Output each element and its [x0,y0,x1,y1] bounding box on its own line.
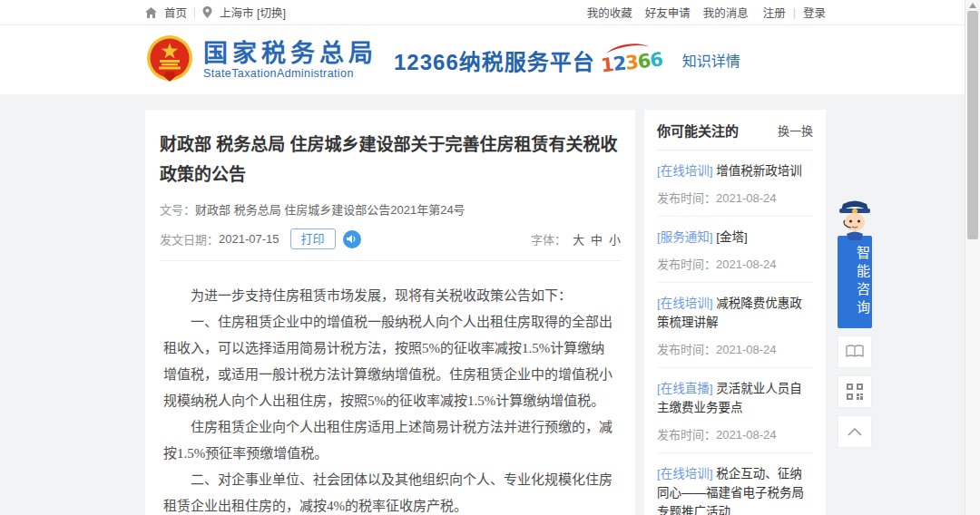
back-to-top-button[interactable] [838,415,872,448]
list-item[interactable]: [在线培训] 税企互动、征纳同心——福建省电子税务局专题推广活动 发布时间：20… [657,453,813,515]
article-paragraph: 一、住房租赁企业中的增值税一般纳税人向个人出租住房取得的全部出租收入，可以选择适… [163,309,617,414]
font-size-label: 字体： [531,230,566,248]
article-body: 为进一步支持住房租赁市场发展，现将有关税收政策公告如下：一、住房租赁企业中的增值… [160,261,621,515]
item-publish-date: 发布时间：2021-08-24 [657,425,813,442]
knowledge-book-icon[interactable] [838,335,872,368]
page-label: 知识详情 [682,49,740,71]
divider: | [793,6,796,19]
refresh-recommendations-button[interactable]: 换一换 [778,121,813,139]
org-name-cn: 国家税务总局 [203,40,377,67]
article-panel: 财政部 税务总局 住房城乡建设部关于完善住房租赁有关税收政策的公告 文号： 财政… [145,110,635,515]
font-size-options: 大中小 [573,230,621,248]
qr-code-icon[interactable] [838,375,872,408]
item-publish-date: 发布时间：2021-08-24 [657,255,813,272]
publish-date-label: 发布时间： [657,191,716,205]
font-size-option[interactable]: 小 [609,230,621,248]
publish-date-row: 发文日期： 2021-07-15 打印 字体： 大中小 [160,228,621,249]
publish-date-value: 2021-08-24 [716,343,777,356]
item-category-tag: [在线培训] [657,296,713,310]
home-icon [145,7,157,18]
login-link[interactable]: 登录 [803,4,826,21]
top-bar: 首页 上海市 [切换] 我的收藏好友申请我的消息 注册 | 登录 [0,0,980,25]
scrollbar-thumb[interactable] [967,11,978,239]
article-paragraph: 二、对企事业单位、社会团体以及其他组织向个人、专业化规模化住房租赁企业出租住房的… [163,467,617,515]
list-item[interactable]: [在线培训] 增值税新政培训 发布时间：2021-08-24 [657,151,813,217]
print-button[interactable]: 打印 [290,228,336,249]
item-category-tag: [在线培训] [657,467,713,481]
font-size-option[interactable]: 大 [573,230,584,248]
logo-digit: 6 [649,49,663,72]
floating-toolbar: 智能咨询 [837,198,873,448]
item-publish-date: 发布时间：2021-08-24 [657,189,813,206]
page-scrollbar[interactable] [965,0,980,515]
org-name-en: StateTaxationAdministration [203,67,377,80]
location-pin-icon [202,6,212,18]
publish-date-value: 2021-08-24 [716,191,777,205]
national-emblem-logo [145,34,194,85]
topbar-link[interactable]: 我的收藏 [587,4,632,21]
recommendations-title: 你可能关注的 [657,121,739,140]
scroll-up-arrow-icon[interactable] [969,3,976,8]
topbar-links: 我的收藏好友申请我的消息 [587,4,749,21]
publish-date-value: 2021-08-24 [716,258,777,271]
item-publish-date: 发布时间：2021-08-24 [657,340,813,357]
platform-title: 12366纳税服务平台 [394,44,595,76]
item-title: [金塔] [716,230,748,244]
article-paragraph: 为进一步支持住房租赁市场发展，现将有关税收政策公告如下： [163,283,617,309]
topbar-link[interactable]: 我的消息 [703,4,749,21]
list-item[interactable]: [服务通知] [金塔] 发布时间：2021-08-24 [657,217,813,283]
item-category-tag: [在线培训] [657,164,713,178]
divider [194,7,195,18]
publish-date-value: 2021-07-15 [219,232,279,246]
item-category-tag: [服务通知] [657,230,713,244]
logo-12366-icon: 12366 [601,39,657,81]
smart-consult-button[interactable]: 智能咨询 [838,236,872,328]
tax-mascot-icon [834,198,876,240]
list-item[interactable]: [在线培训] 减税降费优惠政策梳理讲解 发布时间：2021-08-24 [657,283,813,368]
article-paragraph: 住房租赁企业向个人出租住房适用上述简易计税方法并进行预缴的，减按1.5%预征率预… [163,414,617,467]
text-to-speech-icon[interactable] [343,230,361,248]
publish-date-label: 发布时间： [657,428,716,442]
location-switch-link[interactable]: 上海市 [切换] [220,4,286,21]
site-header: 国家税务总局 StateTaxationAdministration 12366… [0,25,980,94]
publish-date-label: 发布时间： [657,258,716,271]
article-title: 财政部 税务总局 住房城乡建设部关于完善住房租赁有关税收政策的公告 [160,130,621,189]
publish-date-value: 2021-08-24 [716,428,777,442]
publish-date-label: 发布时间： [657,343,716,356]
register-link[interactable]: 注册 [763,4,786,21]
doc-number-label: 文号： [160,200,195,218]
font-size-option[interactable]: 中 [591,230,603,248]
doc-number-value: 财政部 税务总局 住房城乡建设部公告2021年第24号 [195,200,466,218]
item-title: 增值税新政培训 [716,164,802,178]
list-item[interactable]: [在线直播] 灵活就业人员自主缴费业务要点 发布时间：2021-08-24 [657,368,813,453]
home-link[interactable]: 首页 [164,4,187,21]
recommendations-list: [在线培训] 增值税新政培训 发布时间：2021-08-24 [服务通知] [金… [657,151,813,515]
doc-number-row: 文号： 财政部 税务总局 住房城乡建设部公告2021年第24号 [160,200,621,218]
topbar-link[interactable]: 好友申请 [645,4,691,21]
publish-date-label: 发文日期： [160,230,219,248]
recommendations-panel: 你可能关注的 换一换 [在线培训] 增值税新政培训 发布时间：2021-08-2… [644,110,826,515]
item-category-tag: [在线直播] [657,382,713,395]
